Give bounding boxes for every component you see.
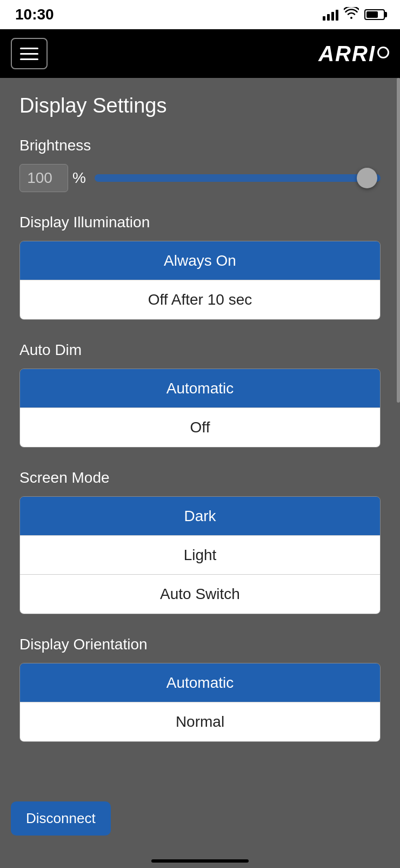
option-automatic-orientation[interactable]: Automatic [20, 663, 380, 702]
main-content: Display Settings Brightness % Display Il… [0, 78, 400, 868]
menu-button[interactable] [11, 38, 48, 69]
auto-dim-group: Automatic Off [19, 369, 381, 448]
brightness-slider-thumb[interactable] [357, 168, 377, 188]
brightness-input[interactable] [19, 164, 68, 192]
home-indicator [151, 859, 249, 863]
display-illumination-section: Display Illumination Always On Off After… [19, 214, 381, 320]
status-icons [323, 7, 385, 22]
app-header: ARRI [0, 29, 400, 78]
menu-line-1 [20, 48, 38, 49]
signal-bar-2 [327, 14, 330, 21]
menu-line-3 [20, 58, 38, 60]
page-title: Display Settings [19, 94, 381, 117]
status-bar: 10:30 [0, 0, 400, 29]
option-off-after[interactable]: Off After 10 sec [20, 280, 380, 319]
brightness-slider-track [95, 174, 381, 182]
signal-bars-icon [323, 9, 338, 21]
arri-logo: ARRI [318, 42, 389, 66]
option-automatic-dim[interactable]: Automatic [20, 369, 380, 408]
battery-fill [366, 11, 378, 18]
option-always-on[interactable]: Always On [20, 241, 380, 280]
brightness-input-wrapper: % [19, 164, 86, 192]
disconnect-button[interactable]: Disconnect [11, 801, 111, 836]
option-off-dim[interactable]: Off [20, 408, 380, 447]
signal-bar-1 [323, 16, 325, 21]
menu-line-2 [20, 53, 38, 55]
scrollbar[interactable] [397, 78, 400, 403]
signal-bar-4 [336, 10, 338, 21]
signal-bar-3 [331, 12, 334, 21]
wifi-icon [344, 7, 359, 22]
display-orientation-group: Automatic Normal [19, 663, 381, 742]
brightness-label: Brightness [19, 137, 381, 154]
option-auto-switch[interactable]: Auto Switch [20, 575, 380, 614]
display-illumination-label: Display Illumination [19, 214, 381, 231]
battery-icon [364, 9, 385, 20]
auto-dim-label: Auto Dim [19, 341, 381, 359]
option-light[interactable]: Light [20, 536, 380, 575]
brightness-controls: % [19, 164, 381, 192]
brightness-slider-container[interactable] [95, 164, 381, 192]
display-orientation-label: Display Orientation [19, 636, 381, 653]
percent-sign: % [72, 169, 86, 187]
auto-dim-section: Auto Dim Automatic Off [19, 341, 381, 448]
brightness-section: Brightness % [19, 137, 381, 192]
screen-mode-group: Dark Light Auto Switch [19, 496, 381, 614]
status-time: 10:30 [15, 6, 54, 23]
option-dark[interactable]: Dark [20, 497, 380, 536]
display-illumination-group: Always On Off After 10 sec [19, 241, 381, 320]
display-orientation-section: Display Orientation Automatic Normal [19, 636, 381, 742]
screen-mode-label: Screen Mode [19, 469, 381, 486]
arri-logo-circle [377, 47, 389, 58]
option-normal-orientation[interactable]: Normal [20, 702, 380, 741]
screen-mode-section: Screen Mode Dark Light Auto Switch [19, 469, 381, 614]
